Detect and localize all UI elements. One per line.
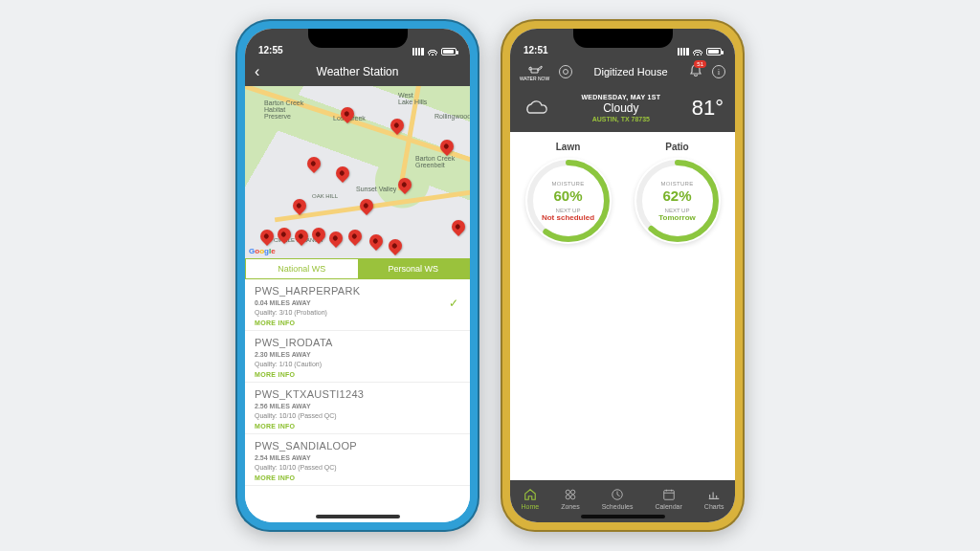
- svg-point-4: [566, 490, 569, 494]
- tab-schedules[interactable]: Schedules: [602, 488, 634, 510]
- screen-right: 12:51 WATER NOW Digitized House 51: [510, 29, 735, 522]
- screen-left: 12:55 ‹ Weather Station Barton Creek Hab…: [245, 29, 470, 522]
- tab-charts[interactable]: Charts: [704, 488, 724, 510]
- battery-icon: [706, 48, 722, 55]
- station-quality: Quality: 1/10 (Caution): [255, 361, 460, 367]
- weather-header: WEDNESDAY, MAY 1ST Cloudy AUSTIN, TX 787…: [510, 86, 735, 132]
- phone-left: 12:55 ‹ Weather Station Barton Creek Hab…: [235, 19, 479, 532]
- calendar-icon: [661, 488, 677, 501]
- station-name: PWS_HARPERPARK: [255, 285, 460, 297]
- signal-icon: [678, 48, 689, 55]
- info-button[interactable]: i: [712, 65, 725, 78]
- zone-name: Lawn: [523, 142, 614, 152]
- moisture-label: MOISTURE: [660, 181, 693, 187]
- next-value: Tomorrow: [658, 213, 696, 222]
- map-view[interactable]: Barton Creek Habitat Preserve Lost Creek…: [245, 86, 470, 258]
- station-list[interactable]: PWS_HARPERPARK✓0.04 MILES AWAYQuality: 3…: [245, 279, 470, 522]
- status-right: [678, 48, 722, 55]
- svg-point-5: [570, 490, 574, 494]
- notifications-button[interactable]: 51: [689, 64, 702, 79]
- status-time: 12:51: [523, 45, 548, 55]
- tab-label: Schedules: [602, 503, 634, 510]
- map-pin[interactable]: [367, 231, 386, 251]
- checkmark-icon: ✓: [449, 297, 458, 310]
- tab-label: Charts: [704, 503, 724, 510]
- zone-name: Patio: [632, 142, 724, 152]
- map-label: Barton Creek Habitat Preserve: [264, 99, 303, 120]
- weather-date: WEDNESDAY, MAY 1ST: [560, 94, 682, 100]
- map-pin[interactable]: [386, 236, 405, 255]
- svg-point-6: [566, 495, 569, 498]
- home-indicator[interactable]: [316, 515, 400, 518]
- charts-icon: [706, 488, 722, 501]
- more-info-link[interactable]: MORE INFO: [255, 423, 460, 430]
- map-label: OAK HILL: [312, 193, 338, 199]
- map-pin[interactable]: [326, 229, 345, 248]
- map-pin[interactable]: [449, 217, 468, 236]
- water-now-label: WATER NOW: [520, 76, 549, 81]
- moisture-dial: MOISTURE60%NEXT UPNot scheduled: [525, 158, 612, 244]
- weather-location[interactable]: AUSTIN, TX 78735: [560, 116, 682, 122]
- next-value: Not scheduled: [542, 213, 594, 222]
- station-row[interactable]: PWS_HARPERPARK✓0.04 MILES AWAYQuality: 3…: [245, 279, 470, 331]
- segmented-control: National WS Personal WS: [245, 258, 470, 279]
- map-label: Sunset Valley: [356, 186, 396, 192]
- tab-zones[interactable]: Zones: [561, 488, 579, 510]
- tab-home[interactable]: Home: [522, 488, 540, 510]
- map-pin[interactable]: [345, 227, 365, 246]
- map-label: West Lake Hills: [398, 92, 427, 105]
- station-row[interactable]: PWS_SANDIALOOP2.54 MILES AWAYQuality: 10…: [245, 434, 470, 486]
- nav-bar: ‹ Weather Station: [245, 57, 470, 86]
- tab-label: Home: [522, 503, 540, 510]
- phone-right: 12:51 WATER NOW Digitized House 51: [501, 19, 745, 532]
- moisture-value: 62%: [662, 187, 691, 204]
- zones-icon: [563, 488, 578, 501]
- map-pin[interactable]: [304, 154, 323, 173]
- svg-rect-9: [663, 490, 674, 499]
- signal-icon: [412, 48, 424, 55]
- google-logo: Google: [249, 247, 276, 255]
- water-now-button[interactable]: WATER NOW: [520, 63, 549, 81]
- station-quality: Quality: 10/10 (Passed QC): [255, 464, 460, 471]
- watering-can-icon: [527, 63, 543, 75]
- home-icon: [523, 488, 538, 501]
- station-distance: 2.56 MILES AWAY: [255, 403, 460, 409]
- map-label: Rollingwood: [434, 113, 470, 120]
- zone-card[interactable]: LawnMOISTURE60%NEXT UPNot scheduled: [523, 142, 614, 471]
- map-pin[interactable]: [357, 196, 376, 215]
- moisture-label: MOISTURE: [551, 181, 584, 187]
- moisture-dial: MOISTURE62%NEXT UPTomorrow: [635, 158, 721, 244]
- map-pin[interactable]: [395, 175, 414, 194]
- battery-icon: [441, 48, 457, 55]
- station-quality: Quality: 10/10 (Passed QC): [255, 412, 460, 419]
- cloud-icon: [522, 99, 550, 118]
- schedules-icon: [610, 488, 625, 501]
- home-indicator[interactable]: [581, 515, 665, 518]
- tab-national-ws[interactable]: National WS: [246, 259, 358, 278]
- wifi-icon: [693, 48, 702, 55]
- tab-personal-ws[interactable]: Personal WS: [358, 259, 470, 278]
- notification-badge: 51: [694, 60, 706, 68]
- station-distance: 2.30 MILES AWAY: [255, 351, 460, 358]
- moisture-value: 60%: [553, 187, 582, 204]
- more-info-link[interactable]: MORE INFO: [255, 474, 460, 481]
- tab-calendar[interactable]: Calendar: [655, 488, 681, 510]
- more-info-link[interactable]: MORE INFO: [255, 371, 460, 378]
- settings-icon[interactable]: [559, 65, 572, 78]
- nav-title: Weather Station: [317, 65, 399, 78]
- weather-condition: Cloudy: [560, 101, 682, 115]
- station-row[interactable]: PWS_KTXAUSTI12432.56 MILES AWAYQuality: …: [245, 383, 470, 434]
- notch: [573, 29, 673, 48]
- station-name: PWS_KTXAUSTI1243: [255, 388, 460, 400]
- station-name: PWS_IRODATA: [255, 337, 460, 348]
- notch: [308, 29, 408, 48]
- zone-card[interactable]: PatioMOISTURE62%NEXT UPTomorrow: [632, 142, 724, 471]
- map-pin[interactable]: [333, 164, 352, 183]
- map-label: Barton Creek Greenbelt: [415, 155, 455, 168]
- status-time: 12:55: [258, 45, 283, 55]
- back-button[interactable]: ‹: [255, 63, 259, 80]
- svg-point-7: [570, 495, 574, 498]
- more-info-link[interactable]: MORE INFO: [255, 320, 460, 326]
- tab-label: Calendar: [655, 503, 681, 510]
- station-row[interactable]: PWS_IRODATA2.30 MILES AWAYQuality: 1/10 …: [245, 331, 470, 383]
